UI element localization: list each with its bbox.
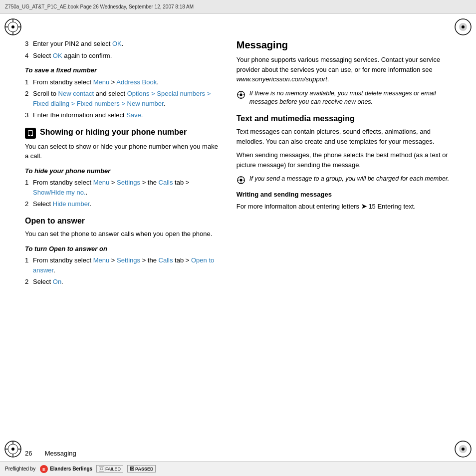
svg-point-9 bbox=[462, 25, 465, 28]
page-section-label: Messaging bbox=[45, 450, 76, 457]
main-content: 3 Enter your PIN2 and select OK. 4 Selec… bbox=[0, 14, 476, 461]
turn-step-2: 2 Select On. bbox=[25, 277, 222, 287]
step-3-num: 3 bbox=[25, 39, 31, 49]
tip-2-text: If you send a message to a group, you wi… bbox=[249, 175, 449, 184]
passed-badge: ☒ PASSED bbox=[127, 465, 156, 473]
text-multimedia-body2: When sending messages, the phone selects… bbox=[237, 150, 451, 170]
svg-point-6 bbox=[11, 25, 14, 28]
svg-rect-21 bbox=[28, 131, 32, 135]
tip-2: If you send a message to a group, you wi… bbox=[237, 175, 451, 185]
tip-1-text: If there is no memory available, you mus… bbox=[249, 89, 451, 107]
phone-icon bbox=[25, 128, 36, 139]
svg-point-24 bbox=[239, 93, 242, 96]
turn-open-title: To turn Open to answer on bbox=[25, 244, 222, 254]
elanders-icon: E bbox=[39, 465, 48, 474]
elanders-logo: E Elanders Berlings bbox=[39, 465, 92, 474]
corner-decoration-bl bbox=[4, 440, 22, 458]
messaging-body: Your phone supports various messaging se… bbox=[237, 55, 451, 84]
svg-point-30 bbox=[239, 179, 242, 182]
hide-step-1: 1 From standby select Menu > Settings > … bbox=[25, 178, 222, 197]
save-step-1: 1 From standby select Menu > Address Boo… bbox=[25, 77, 222, 87]
showing-hiding-title: Showing or hiding your phone number bbox=[40, 127, 187, 138]
svg-point-22 bbox=[30, 135, 31, 136]
hide-step-2: 2 Select Hide number. bbox=[25, 199, 222, 209]
left-column: 3 Enter your PIN2 and select OK. 4 Selec… bbox=[10, 39, 229, 451]
hide-phone-section: To hide your phone number 1 From standby… bbox=[25, 166, 222, 209]
svg-point-19 bbox=[462, 448, 465, 451]
save-step-3: 3 Enter the information and select Save. bbox=[25, 110, 222, 120]
messaging-title: Messaging bbox=[237, 39, 451, 51]
messaging-website-link: www.sonyericsson.com/support bbox=[237, 75, 327, 83]
open-to-answer-body: You can set the phone to answer calls wh… bbox=[25, 229, 222, 239]
showing-hiding-section-header: Showing or hiding your phone number bbox=[25, 127, 222, 139]
elanders-company-name: Elanders Berlings bbox=[50, 466, 92, 472]
turn-step-1: 1 From standby select Menu > Settings > … bbox=[25, 255, 222, 275]
step-4-num: 4 bbox=[25, 51, 31, 61]
corner-decoration-br bbox=[454, 440, 472, 458]
arrow-ref: ➤ bbox=[361, 203, 369, 210]
step-3: 3 Enter your PIN2 and select OK. bbox=[25, 39, 222, 49]
corner-decoration-tl bbox=[4, 18, 22, 36]
save-fixed-number-section: To save a fixed number 1 From standby se… bbox=[25, 65, 222, 120]
save-step-2: 2 Scroll to New contact and select Optio… bbox=[25, 89, 222, 108]
open-to-answer-title: Open to answer bbox=[25, 216, 222, 227]
writing-sending-body: For more informaiton about entering lett… bbox=[237, 202, 451, 212]
text-multimedia-title: Text and mutimedia messaging bbox=[237, 114, 451, 124]
header-text: Z750a_UG_AT&T_P1C_AE.book Page 26 Wednes… bbox=[5, 4, 194, 9]
failed-badge: □ FAILED bbox=[96, 465, 123, 473]
tip-1-icon bbox=[237, 90, 245, 99]
save-fixed-title: To save a fixed number bbox=[25, 65, 222, 75]
writing-sending-title: Writing and sending messages bbox=[237, 190, 451, 200]
page-num-section: 26 Messaging bbox=[25, 450, 76, 457]
svg-point-16 bbox=[11, 448, 14, 451]
hide-phone-title: To hide your phone number bbox=[25, 166, 222, 176]
step-3-text: Enter your PIN2 and select OK. bbox=[33, 39, 222, 49]
text-multimedia-body1: Text messages can contain pictures, soun… bbox=[237, 127, 451, 146]
tip-2-icon bbox=[237, 176, 245, 185]
step-4: 4 Select OK again to confirm. bbox=[25, 51, 222, 61]
right-column: Messaging Your phone supports various me… bbox=[229, 39, 466, 451]
step-4-text: Select OK again to confirm. bbox=[33, 51, 222, 61]
step3-ok-link: OK bbox=[112, 40, 122, 47]
svg-text:E: E bbox=[42, 467, 45, 472]
tip-1: If there is no memory available, you mus… bbox=[237, 89, 451, 107]
page-num: 26 bbox=[25, 450, 32, 457]
header-bar: Z750a_UG_AT&T_P1C_AE.book Page 26 Wednes… bbox=[0, 0, 476, 14]
footer-bar: Preflighted by E Elanders Berlings □ FAI… bbox=[0, 461, 476, 476]
showing-hiding-body: You can select to show or hide your phon… bbox=[25, 142, 222, 161]
turn-open-section: To turn Open to answer on 1 From standby… bbox=[25, 244, 222, 287]
preflight-label: Preflighted by bbox=[5, 466, 35, 472]
corner-decoration-tr bbox=[454, 18, 472, 36]
step4-ok-link: OK bbox=[53, 52, 62, 59]
